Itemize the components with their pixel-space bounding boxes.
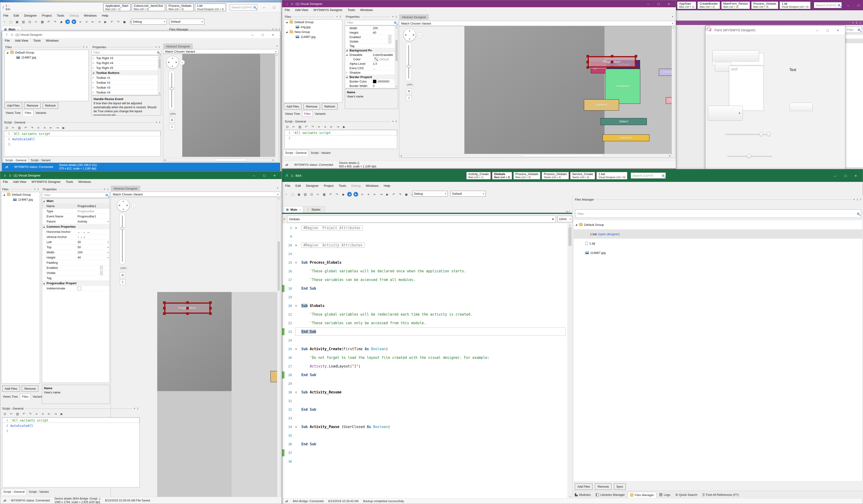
abstract-canvas[interactable]: ImageView1SeekBar1ProgressBar1Slider1See… <box>163 54 279 162</box>
redo-icon[interactable]: ↷ <box>27 411 33 416</box>
property-row[interactable]: ◢Toolbar Buttons <box>92 70 161 75</box>
panel-tab[interactable]: Find All References (F7) <box>700 492 741 498</box>
b4a-quick-tab[interactable]: GlobalsMain (ctrl + 2) <box>492 172 512 180</box>
scroll-thumb[interactable] <box>568 227 572 246</box>
save-icon[interactable]: ▣ <box>296 192 302 197</box>
redo-icon[interactable]: ↷ <box>310 124 315 129</box>
property-value[interactable]: x <box>100 266 105 270</box>
code-line[interactable]: 32End Sub <box>282 405 567 414</box>
code-line[interactable]: 37 <box>282 448 567 457</box>
uncomment-icon[interactable]: ≡ <box>366 192 371 197</box>
b4a-ide-titlebar[interactable]: A 1 - B4A Activity_CreateMain (ctrl + 1)… <box>282 169 863 182</box>
property-value[interactable]: 1.0 <box>373 62 393 65</box>
b4j-files-filter[interactable]: Filter <box>845 27 862 33</box>
variant-dropdown[interactable]: Match Chosen Variant ▾ <box>111 192 280 197</box>
scroll-track[interactable] <box>214 159 247 161</box>
file-row[interactable]: 114867.jpg <box>1 197 40 202</box>
expand-icon[interactable]: ◢ <box>43 225 46 228</box>
bookmark-icon[interactable]: ◆ <box>59 19 64 24</box>
form-textfield2[interactable] <box>790 103 813 111</box>
panel-tab[interactable]: Files Manager <box>628 492 656 498</box>
pin-icon[interactable]: ↧ <box>339 15 341 18</box>
designer-widget[interactable]: Slider2 <box>601 118 647 125</box>
script-line[interactable]: 2AutoScaleAll <box>2 423 139 428</box>
property-row[interactable]: Tag <box>345 44 398 48</box>
b4a-build-config-dropdown[interactable]: Debug▾ <box>412 191 448 197</box>
save-all-icon[interactable]: ▤ <box>302 192 308 197</box>
property-row[interactable]: Width200▾ <box>345 26 398 30</box>
files-panel-header[interactable]: Files ▼ ↧ <box>1 187 40 192</box>
scroll-left-icon[interactable]: ◀ <box>400 155 402 157</box>
save-icon[interactable]: ▣ <box>14 19 20 24</box>
script-tab[interactable]: Script - Variant <box>27 489 51 495</box>
shift-right-icon[interactable]: ⇥ <box>335 124 341 129</box>
minimize-button[interactable]: – <box>249 172 259 178</box>
sub-navigator-dropdown[interactable]: Globals ▾ <box>287 216 556 222</box>
close-tab-icon[interactable]: × <box>299 208 301 211</box>
scroll-up-icon[interactable]: ▲ <box>568 224 572 226</box>
expand-icon[interactable]: ▷ <box>93 62 95 64</box>
property-row[interactable]: Height40▾ <box>345 30 398 35</box>
sync-button[interactable]: Sync <box>614 483 626 490</box>
outdent-icon[interactable]: ≡ <box>322 124 328 129</box>
pin-icon[interactable]: ↧ <box>855 21 858 24</box>
close-icon[interactable]: × <box>860 198 861 201</box>
properties-filter[interactable]: Filter <box>42 192 110 198</box>
expand-icon[interactable]: ▷ <box>93 67 95 69</box>
expand-icon[interactable]: ◢ <box>575 223 578 226</box>
fold-icon[interactable]: ⊟ <box>295 347 301 351</box>
property-value[interactable]: x <box>100 271 105 275</box>
expand-icon[interactable]: ▷ <box>93 76 95 79</box>
menu-item[interactable]: Add View <box>13 38 30 43</box>
chevron-down-icon[interactable]: ▼ <box>104 188 105 190</box>
menu-item[interactable]: Debug <box>67 13 81 18</box>
paste-icon[interactable]: ▦ <box>39 19 45 24</box>
indent-icon[interactable]: ≡ <box>34 411 39 416</box>
paste-icon[interactable]: ▤ <box>297 124 303 129</box>
script-tab[interactable]: Script - General <box>1 489 27 495</box>
b4a-search-box[interactable]: Search (Ctrl+F) <box>631 172 666 179</box>
comment-icon[interactable]: ≡ <box>77 19 83 24</box>
property-value[interactable]: 40 <box>77 256 105 259</box>
refresh-button[interactable]: Refresh <box>322 103 338 109</box>
zoom-slider[interactable] <box>119 213 125 264</box>
file-row[interactable]: 1.bal(open designer) <box>574 229 862 239</box>
minimize-button[interactable]: – <box>843 2 853 8</box>
b4i-quick-tab[interactable]: 1.bilVisual Designer (ctrl + 4) <box>195 3 226 11</box>
doc-tab[interactable]: ▤Main× <box>284 206 303 213</box>
file-row[interactable]: 114867.jpg <box>574 248 862 257</box>
code-line[interactable]: 21 'These global variables will be redec… <box>282 310 567 319</box>
navigate-forward-icon[interactable]: ▶ <box>353 192 358 197</box>
expand-icon[interactable]: ◢ <box>43 282 46 284</box>
property-row[interactable]: Event NameProgressBar1 <box>42 214 110 219</box>
undo-icon[interactable]: ↶ <box>303 124 309 129</box>
shift-left-icon[interactable]: ⇤ <box>329 124 334 129</box>
menu-item[interactable]: Windows <box>82 13 99 18</box>
redo-icon[interactable]: ↷ <box>52 19 58 24</box>
scroll-left-icon[interactable]: ◀ <box>164 159 166 161</box>
new-icon[interactable]: + <box>284 192 289 197</box>
b4a-code-editor[interactable]: 1⊞#Region Project Attributes910⊞#Region … <box>282 223 567 499</box>
b4i-build-config-dropdown[interactable]: Debug▾ <box>131 19 167 25</box>
maximize-button[interactable]: □ <box>260 172 269 178</box>
expand-icon[interactable]: ◢ <box>286 21 288 23</box>
files-panel-header[interactable]: Files ▼ ↧ <box>4 44 89 49</box>
undo-icon[interactable]: ↶ <box>21 411 27 416</box>
chevron-down-icon[interactable]: ▼ <box>276 45 278 47</box>
chevron-down-icon[interactable]: ▼ <box>155 46 157 48</box>
canvas-vscrollbar[interactable]: ▲ <box>275 54 278 158</box>
expand-icon[interactable]: ◢ <box>286 31 288 33</box>
property-row[interactable]: ◢Main <box>42 198 110 204</box>
property-row[interactable]: Enabledx <box>42 265 110 270</box>
close-button[interactable]: × <box>833 27 843 33</box>
script-line[interactable]: 3 <box>4 142 161 147</box>
close-button[interactable]: × <box>664 1 674 7</box>
property-row[interactable]: Border Color#000000▾ <box>345 79 398 84</box>
stop-icon[interactable]: ◼ <box>403 192 409 197</box>
code-line[interactable]: 29 <box>282 379 567 388</box>
property-row[interactable]: ◢Border Properties <box>345 75 398 79</box>
scroll-track[interactable] <box>522 155 603 157</box>
maximize-button[interactable]: □ <box>258 32 267 37</box>
menu-item[interactable]: WYSIWYG Designer <box>311 8 345 12</box>
chevron-down-icon[interactable]: ▼ <box>392 120 394 122</box>
